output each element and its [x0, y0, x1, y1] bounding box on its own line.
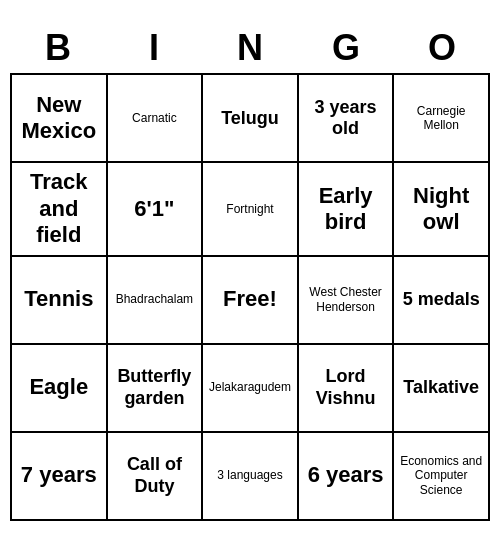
cell-r2-c3: West Chester Henderson: [299, 257, 395, 345]
header-letter: I: [106, 23, 202, 73]
cell-r1-c0: Track and field: [12, 163, 108, 256]
cell-r2-c0: Tennis: [12, 257, 108, 345]
cell-r3-c2: Jelakaragudem: [203, 345, 299, 433]
cell-r2-c1: Bhadrachalam: [108, 257, 204, 345]
header-letter: O: [394, 23, 490, 73]
cell-r0-c2: Telugu: [203, 75, 299, 163]
bingo-grid: New MexicoCarnaticTelugu3 years oldCarne…: [10, 73, 490, 520]
cell-r3-c0: Eagle: [12, 345, 108, 433]
cell-r0-c4: Carnegie Mellon: [394, 75, 490, 163]
cell-r3-c1: Butterfly garden: [108, 345, 204, 433]
header-letter: N: [202, 23, 298, 73]
cell-r1-c3: Early bird: [299, 163, 395, 256]
cell-r0-c3: 3 years old: [299, 75, 395, 163]
cell-r3-c3: Lord Vishnu: [299, 345, 395, 433]
cell-r0-c0: New Mexico: [12, 75, 108, 163]
cell-r4-c4: Economics and Computer Science: [394, 433, 490, 521]
cell-r3-c4: Talkative: [394, 345, 490, 433]
cell-r2-c4: 5 medals: [394, 257, 490, 345]
cell-r1-c1: 6'1": [108, 163, 204, 256]
header-letter: G: [298, 23, 394, 73]
cell-r4-c3: 6 years: [299, 433, 395, 521]
bingo-header: BINGO: [10, 23, 490, 73]
bingo-card: BINGO New MexicoCarnaticTelugu3 years ol…: [10, 23, 490, 520]
cell-r1-c4: Night owl: [394, 163, 490, 256]
cell-r1-c2: Fortnight: [203, 163, 299, 256]
cell-r4-c0: 7 years: [12, 433, 108, 521]
cell-r4-c1: Call of Duty: [108, 433, 204, 521]
cell-r0-c1: Carnatic: [108, 75, 204, 163]
header-letter: B: [10, 23, 106, 73]
cell-r4-c2: 3 languages: [203, 433, 299, 521]
cell-r2-c2: Free!: [203, 257, 299, 345]
